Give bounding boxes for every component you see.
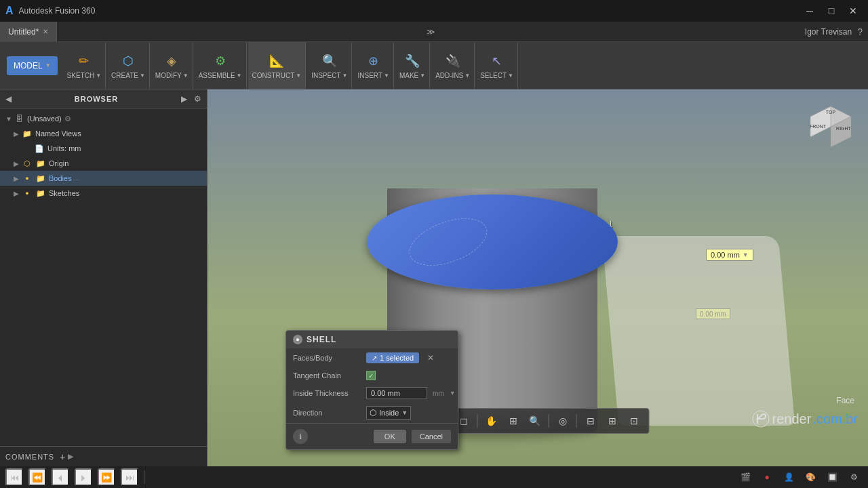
direction-dropdown-arrow: ▼ (401, 409, 408, 416)
assemble-dropdown-arrow: ▼ (237, 73, 242, 79)
bodies-light-icon: ● (22, 173, 33, 184)
browser-panel: ◀ BROWSER ▶ ⚙ ▼ 🗄 (Unsaved) ⚙ ▶ 📁 Named … (0, 89, 208, 466)
bodies-expand-icon: ▶ (14, 175, 22, 182)
play-backward-button[interactable]: ⏴ (52, 468, 69, 486)
inspect-icon: 🔍 (320, 52, 339, 70)
select-group[interactable]: ↖ SELECT ▼ (476, 42, 518, 89)
inspect-icon-area: 🔍 (320, 52, 339, 70)
inside-thickness-label: Inside Thickness (293, 389, 361, 397)
render-logo-icon (751, 409, 771, 429)
minimize-button[interactable]: ─ (800, 4, 819, 18)
orbit-button[interactable]: ✋ (482, 411, 501, 430)
assemble-group[interactable]: ⚙ ASSEMBLE ▼ (195, 42, 247, 89)
view-settings-button[interactable]: ⊡ (625, 411, 644, 430)
viewport[interactable]: ↓ 0.00 mm ▼ 0.00 mm T (208, 89, 868, 466)
direction-value: Inside (379, 409, 399, 417)
close-button[interactable]: ✕ (844, 4, 863, 18)
status-right-controls: 🎬 ● 👤 🎨 🔲 ⚙ (736, 468, 863, 486)
maximize-button[interactable]: □ (822, 4, 841, 18)
render-domain: .com.br (812, 411, 858, 427)
browser-title: BROWSER (75, 95, 118, 103)
tree-item-bodies[interactable]: ▶ ● 📁 Bodies … (0, 171, 207, 186)
insert-group[interactable]: ⊕ INSERT ▼ (353, 42, 393, 89)
top-face-lines (403, 209, 493, 274)
appearance-icon[interactable]: 🎨 (802, 468, 819, 486)
settings-icon[interactable]: ⚙ (845, 468, 863, 486)
record-icon[interactable]: ● (758, 468, 776, 486)
render-text: render (772, 411, 812, 427)
units-icon: 📄 (34, 143, 45, 154)
browser-collapse-icon[interactable]: ◀ (5, 94, 12, 104)
addins-group[interactable]: 🔌 ADD-INS ▼ (431, 42, 475, 89)
tab-close-button[interactable]: ✕ (43, 28, 48, 35)
model-mode-button[interactable]: MODEL ▼ (7, 56, 58, 75)
browser-settings-icon[interactable]: ⚙ (194, 94, 201, 104)
person-icon[interactable]: 👤 (780, 468, 797, 486)
next-frame-button[interactable]: ⏩ (98, 468, 115, 486)
document-tab[interactable]: Untitled* ✕ (0, 22, 57, 41)
root-settings-icon[interactable]: ⚙ (64, 115, 71, 123)
modify-group[interactable]: ◈ MODIFY ▼ (151, 42, 193, 89)
cylinder-top-face (367, 195, 618, 289)
fit-view-button[interactable]: ◎ (553, 411, 572, 430)
thickness-unit: mm (433, 390, 444, 397)
direction-dropdown[interactable]: ⬡ Inside ▼ (366, 406, 411, 420)
shell-dialog-header: ● SHELL (286, 331, 458, 348)
inspect-group[interactable]: 🔍 INSPECT ▼ (307, 42, 352, 89)
create-label: CREATE ▼ (111, 72, 145, 79)
go-to-start-button[interactable]: ⏮ (5, 468, 23, 486)
create-group[interactable]: ⬡ CREATE ▼ (107, 42, 150, 89)
inside-thickness-input[interactable] (366, 387, 427, 399)
shell-dialog-icon: ● (293, 335, 302, 344)
create-icon-area: ⬡ (119, 52, 138, 70)
zoom-button[interactable]: 🔍 (526, 411, 545, 430)
display-settings-button[interactable]: ⊟ (581, 411, 600, 430)
tree-item-origin[interactable]: ▶ ⬡ 📁 Origin (0, 156, 207, 171)
create-icon: ⬡ (119, 52, 138, 70)
construct-group[interactable]: 📐 CONSTRUCT ▼ (248, 42, 307, 89)
help-icon[interactable]: ? (857, 26, 863, 37)
tree-item-root[interactable]: ▼ 🗄 (Unsaved) ⚙ (0, 111, 207, 126)
tangent-chain-checkbox[interactable]: ✓ (366, 371, 376, 380)
make-icon-area: 🔧 (403, 52, 422, 70)
face-label: Face (836, 396, 854, 405)
comments-expand-icon[interactable]: ▶ (68, 452, 73, 461)
dialog-info-button[interactable]: ℹ (293, 429, 308, 444)
play-forward-button[interactable]: ⏵ (75, 468, 92, 486)
measure-dropdown-icon[interactable]: ▼ (743, 251, 749, 258)
measurement-tooltip[interactable]: 0.00 mm ▼ (706, 249, 753, 261)
inspect-dropdown-arrow: ▼ (342, 73, 348, 79)
faces-body-clear-button[interactable]: ✕ (425, 352, 437, 364)
faces-body-selector[interactable]: ↗ 1 selected (366, 352, 419, 363)
sketch-icon: ✏ (75, 52, 94, 70)
create-dropdown-arrow: ▼ (140, 73, 145, 79)
sketches-folder-icon: 📁 (35, 188, 46, 199)
ok-button[interactable]: OK (374, 430, 406, 443)
measure-value: 0.00 mm (711, 251, 740, 259)
navigation-cube[interactable]: TOP RIGHT FRONT (807, 103, 854, 152)
timeline-icon[interactable]: 🎬 (736, 468, 754, 486)
cancel-button[interactable]: Cancel (412, 430, 451, 443)
sketch-group[interactable]: ✏ SKETCH ▼ (63, 42, 106, 89)
viewport-icon[interactable]: 🔲 (823, 468, 841, 486)
make-group[interactable]: 🔧 MAKE ▼ (395, 42, 430, 89)
browser-expand-icon[interactable]: ▶ (181, 94, 187, 104)
app-title: Autodesk Fusion 360 (19, 6, 96, 16)
status-separator-1 (144, 470, 144, 484)
zoom-window-button[interactable]: ⊞ (504, 411, 523, 430)
browser-tree: ▼ 🗄 (Unsaved) ⚙ ▶ 📁 Named Views 📄 Units:… (0, 108, 207, 446)
addins-icon: 🔌 (443, 52, 462, 70)
thickness-dropdown-icon[interactable]: ▼ (450, 390, 456, 396)
tree-item-named-views[interactable]: ▶ 📁 Named Views (0, 126, 207, 141)
dialog-action-buttons: OK Cancel (374, 430, 451, 443)
tree-item-sketches[interactable]: ▶ ● 📁 Sketches (0, 186, 207, 201)
assemble-icon: ⚙ (211, 52, 230, 70)
tab-expand-button[interactable]: ≫ (421, 27, 441, 37)
shell-dialog-title: SHELL (307, 335, 451, 344)
grid-settings-button[interactable]: ⊞ (603, 411, 622, 430)
add-comment-button[interactable]: + (60, 451, 65, 462)
tree-item-units[interactable]: 📄 Units: mm (0, 141, 207, 156)
viewport-toolbar: ⊕ ◻ ✋ ⊞ 🔍 ◎ ⊟ ⊞ ⊡ (427, 408, 650, 434)
go-to-end-button[interactable]: ⏭ (121, 468, 138, 486)
prev-frame-button[interactable]: ⏪ (28, 468, 46, 486)
